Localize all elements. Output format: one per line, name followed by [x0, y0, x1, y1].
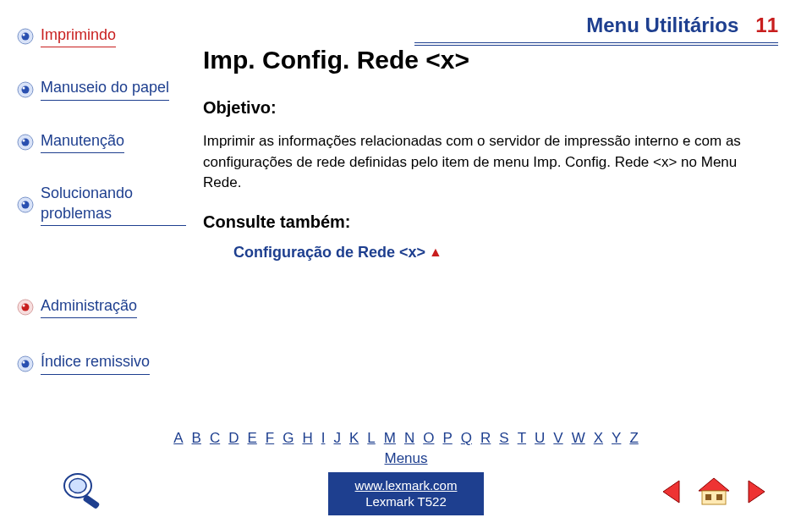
footer-product: Lexmark T522 [355, 493, 458, 510]
home-button[interactable] [695, 476, 732, 511]
next-page-button[interactable] [741, 477, 770, 509]
sidebar-admin-group: Administração Índice remissivo [17, 296, 186, 409]
page-title: Imp. Config. Rede <x> [203, 46, 778, 74]
svg-point-2 [23, 34, 25, 36]
alpha-letter[interactable]: B [192, 430, 201, 446]
bullet-icon [17, 196, 34, 213]
sidebar-item-label: Manutenção [41, 131, 124, 153]
bullet-icon [17, 134, 34, 151]
alpha-letter[interactable]: O [423, 430, 434, 446]
svg-point-4 [22, 85, 30, 93]
alpha-letter[interactable]: R [480, 430, 491, 446]
alpha-letter[interactable]: Z [629, 430, 638, 446]
svg-marker-22 [699, 478, 729, 491]
alpha-letter[interactable]: K [349, 430, 359, 446]
footer-bar: www.lexmark.com Lexmark T522 [0, 472, 812, 515]
alpha-letter[interactable]: N [404, 430, 414, 446]
sidebar-item-manuseio[interactable]: Manuseio do papel [17, 78, 186, 100]
sidebar-item-imprimindo[interactable]: Imprimindo [17, 25, 186, 47]
svg-rect-25 [716, 494, 722, 500]
alpha-letter[interactable]: J [333, 430, 341, 446]
svg-marker-21 [663, 481, 679, 503]
svg-point-14 [23, 305, 25, 307]
alpha-letter[interactable]: G [283, 430, 294, 446]
alpha-letter[interactable]: E [247, 430, 256, 446]
svg-point-1 [22, 33, 30, 41]
alpha-index: ABCDEFGHIJKLMNOPQRSTUVWXYZ [0, 430, 812, 447]
alpha-letter[interactable]: Q [461, 430, 472, 446]
svg-point-17 [23, 361, 25, 363]
alpha-letter[interactable]: H [302, 430, 312, 446]
up-triangle-icon: ▲ [429, 245, 442, 260]
objective-label: Objetivo: [203, 98, 778, 118]
svg-rect-20 [82, 494, 100, 509]
footer-center: www.lexmark.com Lexmark T522 [328, 472, 485, 515]
alpha-letter[interactable]: S [499, 430, 508, 446]
alpha-letter[interactable]: A [173, 430, 183, 446]
alpha-letter[interactable]: W [572, 430, 585, 446]
sidebar-item-label: Manuseio do papel [41, 78, 169, 100]
bullet-icon [17, 81, 34, 98]
alpha-letter[interactable]: I [321, 430, 326, 446]
search-icon[interactable] [59, 471, 107, 513]
bullet-icon [17, 299, 34, 316]
sidebar-item-manutencao[interactable]: Manutenção [17, 131, 186, 153]
sidebar-item-indice[interactable]: Índice remissivo [17, 352, 186, 374]
svg-point-5 [23, 86, 25, 89]
main-content: Imp. Config. Rede <x> Objetivo: Imprimir… [203, 46, 778, 262]
alpha-letter[interactable]: L [367, 430, 375, 446]
prev-page-button[interactable] [658, 477, 687, 509]
sidebar-item-label: Índice remissivo [41, 352, 150, 374]
alpha-letter[interactable]: V [553, 430, 562, 446]
objective-text: Imprimir as informações relacionadas com… [203, 131, 778, 194]
see-also-label: Consulte também: [203, 212, 778, 232]
footer: ABCDEFGHIJKLMNOPQRSTUVWXYZ Menus www.lex… [0, 430, 812, 515]
see-also-link[interactable]: Configuração de Rede <x> ▲ [233, 244, 442, 262]
sidebar-item-label: Administração [41, 296, 137, 318]
svg-point-11 [23, 202, 25, 205]
alpha-letter[interactable]: Y [612, 430, 621, 446]
footer-url[interactable]: www.lexmark.com [355, 477, 458, 494]
sidebar-item-label: Imprimindo [41, 25, 116, 47]
alpha-letter[interactable]: C [210, 430, 220, 446]
bullet-icon [17, 355, 34, 372]
section-title: Menu Utilitários [586, 14, 738, 37]
alpha-letter[interactable]: T [518, 430, 526, 446]
alpha-letter[interactable]: U [535, 430, 545, 446]
see-also-link-text: Configuração de Rede <x> [233, 244, 425, 262]
svg-rect-24 [705, 494, 711, 500]
svg-point-8 [23, 139, 25, 141]
bullet-icon [17, 28, 34, 45]
alpha-letter[interactable]: F [266, 430, 274, 446]
alpha-letter[interactable]: X [594, 430, 603, 446]
sidebar-item-solucionando[interactable]: Solucionando problemas [17, 184, 186, 226]
alpha-letter[interactable]: P [442, 430, 452, 446]
svg-point-19 [69, 479, 86, 493]
svg-point-10 [22, 201, 30, 209]
breadcrumb: Menu Utilitários 11 [586, 14, 778, 37]
svg-point-13 [22, 304, 30, 311]
sidebar: Imprimindo Manuseio do papel Manutenção … [17, 25, 186, 256]
svg-point-16 [22, 360, 30, 367]
svg-point-7 [22, 138, 30, 146]
menus-link[interactable]: Menus [0, 450, 812, 467]
sidebar-item-label: Solucionando problemas [41, 184, 186, 226]
page-number: 11 [755, 14, 778, 37]
svg-marker-26 [749, 481, 765, 503]
sidebar-item-administracao[interactable]: Administração [17, 296, 186, 318]
alpha-letter[interactable]: D [228, 430, 239, 446]
nav-icons [658, 476, 770, 511]
alpha-letter[interactable]: M [384, 430, 396, 446]
